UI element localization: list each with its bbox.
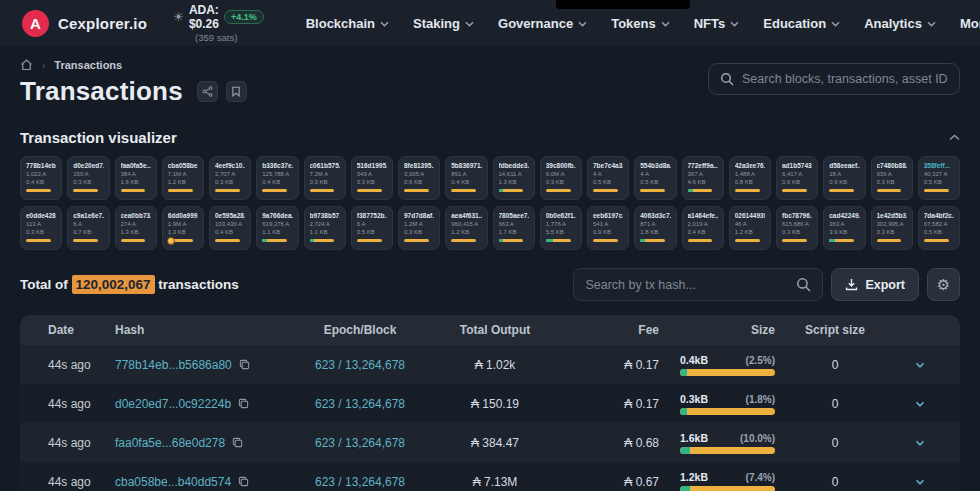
nav-item-governance[interactable]: Governance — [498, 16, 587, 31]
cell-epoch-block[interactable]: 623 / 13,264,678 — [300, 436, 420, 450]
tx-card-21[interactable]: c9a1e6e7...6 A0.7 KB — [67, 206, 109, 250]
cell-hash: cba058be...b40dd574 — [115, 475, 300, 489]
expand-row-chevron-icon[interactable] — [880, 479, 960, 485]
copy-icon[interactable] — [238, 476, 249, 487]
cell-script-size: 0 — [790, 358, 880, 372]
tx-card-14[interactable]: 772eff9a...367 A4.6 KB — [682, 156, 724, 200]
share-button[interactable] — [197, 81, 218, 102]
tx-card-33[interactable]: 4063d3c7...871 A1.8 KB — [634, 206, 676, 250]
tx-card-22[interactable]: cea0bb73...274 A1.3 KB — [115, 206, 157, 250]
tx-card-8[interactable]: 8fe81395...3,005 A0.6 KB — [398, 156, 440, 200]
nav-item-staking[interactable]: Staking — [413, 16, 474, 31]
tx-card-amount: 541 A — [593, 221, 623, 227]
tx-card-24[interactable]: 0e595a28...103,430 A0.4 KB — [209, 206, 251, 250]
global-search-input[interactable] — [742, 72, 948, 86]
nav-label: Staking — [413, 16, 460, 31]
tx-card-18[interactable]: c7480b88...936 A0.3 KB — [871, 156, 913, 200]
tx-card-15[interactable]: 42a3ee76...1,488 A0.8 KB — [729, 156, 771, 200]
tx-card-7[interactable]: 516d1995...349 A0.3 KB — [351, 156, 393, 200]
expand-row-chevron-icon[interactable] — [880, 440, 960, 446]
tx-card-3[interactable]: cba058be...7.1M A1.2 KB — [162, 156, 204, 200]
tx-card-25[interactable]: 9a766dea...619,276 A1.1 KB — [256, 206, 298, 250]
tx-card-amount: 3,005 A — [404, 171, 434, 177]
breadcrumb-current: Transactions — [54, 59, 122, 71]
tx-card-size: 0.5 KB — [357, 229, 387, 235]
tx-hash-search-input[interactable] — [585, 278, 796, 292]
nav-item-analytics[interactable]: Analytics — [864, 16, 936, 31]
tx-card-size: 0.4 KB — [262, 179, 292, 185]
cell-epoch-block[interactable]: 623 / 13,264,678 — [300, 358, 420, 372]
export-button[interactable]: Export — [831, 268, 919, 301]
tx-hash-link[interactable]: cba058be...b40dd574 — [115, 475, 231, 489]
tx-card-0[interactable]: 778b14eb...1,022 A0.4 KB — [20, 156, 62, 200]
tx-card-amount: 302,995 A — [877, 221, 907, 227]
tx-card-2[interactable]: faa0fa5e...384 A1.6 KB — [115, 156, 157, 200]
tx-card-34[interactable]: a1464efe...2,019 A0.4 KB — [682, 206, 724, 250]
tx-card-11[interactable]: 39c800fb...6.0M A0.3 KB — [540, 156, 582, 200]
tx-card-13[interactable]: 554b3d8a...4 A0.5 KB — [634, 156, 676, 200]
nav-item-tokens[interactable]: Tokens — [611, 16, 670, 31]
tx-card-32[interactable]: eeb6197c...541 A0.9 KB — [587, 206, 629, 250]
cell-fee: ₳ 0.17 — [570, 358, 675, 372]
tx-card-31[interactable]: 0b0e62f1...1,776 A5.5 KB — [540, 206, 582, 250]
tx-card-10[interactable]: fdbedde3...14,611 A1.3 KB — [493, 156, 535, 200]
nav-item-more[interactable]: More — [960, 16, 980, 31]
tx-card-size: 0.4 KB — [26, 179, 56, 185]
tx-card-29[interactable]: aea4f631...960,415 A1.2 KB — [445, 206, 487, 250]
tx-card-38[interactable]: 1e42d5b3...302,995 A0.3 KB — [871, 206, 913, 250]
tx-hash-link[interactable]: faa0fa5e...68e0d278 — [115, 436, 225, 450]
expand-row-chevron-icon[interactable] — [880, 362, 960, 368]
copy-icon[interactable] — [239, 359, 250, 370]
ada-price-widget[interactable]: ☀ ADA: $0.26 +4.1% (359 sats) — [173, 3, 264, 43]
cexplorer-logo[interactable]: A Cexplorer.io — [22, 10, 147, 37]
tx-card-1[interactable]: d0e20ed7...150 A0.3 KB — [67, 156, 109, 200]
cell-epoch-block[interactable]: 623 / 13,264,678 — [300, 475, 420, 489]
tx-card-9[interactable]: 5b836971...891 A0.4 KB — [445, 156, 487, 200]
tx-card-size-bar — [593, 189, 618, 192]
home-icon[interactable] — [20, 59, 33, 71]
tx-card-39[interactable]: 7da4bf2c...67,582 A0.5 KB — [918, 206, 960, 250]
copy-icon[interactable] — [238, 398, 249, 409]
bookmark-button[interactable] — [226, 81, 247, 102]
tx-card-23[interactable]: 6dd0a999...1.9M A1.3 KB — [162, 206, 204, 250]
tx-card-27[interactable]: f387752b...6 A0.5 KB — [351, 206, 393, 250]
tx-card-size: 0.4 KB — [215, 229, 245, 235]
tx-card-5[interactable]: b336c37e...125,788 A0.4 KB — [256, 156, 298, 200]
tx-card-30[interactable]: 7805aee7...663 A1.7 KB — [493, 206, 535, 250]
tx-card-4[interactable]: 4eef9c10...2,707 A0.3 KB — [209, 156, 251, 200]
tx-card-size-bar — [688, 189, 713, 192]
export-label: Export — [865, 278, 905, 292]
tx-card-amount: 6,417 A — [782, 171, 812, 177]
tx-card-12[interactable]: 7be7c4a3...4 A0.5 KB — [587, 156, 629, 200]
tx-card-26[interactable]: b9738b57...2,724 A1.1 KB — [304, 206, 346, 250]
global-search[interactable] — [708, 63, 960, 95]
collapse-chevron-icon[interactable] — [949, 134, 960, 141]
tx-card-amount: 891 A — [451, 171, 481, 177]
tx-card-size: 1.3 KB — [168, 229, 198, 235]
nav-item-education[interactable]: Education — [763, 16, 840, 31]
expand-row-chevron-icon[interactable] — [880, 401, 960, 407]
breadcrumb-separator: › — [42, 60, 45, 71]
table-settings-button[interactable]: ⚙ — [927, 268, 960, 301]
tx-card-36[interactable]: fbc78796...615,686 A0.3 KB — [776, 206, 818, 250]
tx-card-17[interactable]: d58eeaef...18 A0.9 KB — [823, 156, 865, 200]
token-coin-icon — [167, 237, 175, 245]
cell-hash: faa0fa5e...68e0d278 — [115, 436, 300, 450]
tx-card-37[interactable]: cad42249...363 A3.9 KB — [823, 206, 865, 250]
tx-card-16[interactable]: ad1b5743...6,417 A0.6 KB — [776, 156, 818, 200]
size-percent: (7.4%) — [746, 472, 775, 483]
tx-hash-link[interactable]: d0e20ed7...0c92224b — [115, 397, 231, 411]
copy-icon[interactable] — [232, 437, 243, 448]
nav-item-blockchain[interactable]: Blockchain — [306, 16, 389, 31]
tx-card-35[interactable]: 02614493f...46 A1.2 KB — [729, 206, 771, 250]
tx-hash-link[interactable]: 778b14eb...b5686a80 — [115, 358, 232, 372]
tx-card-6[interactable]: c061b575...7.2M A0.3 KB — [304, 156, 346, 200]
tx-hash-search[interactable] — [573, 268, 823, 301]
tx-card-hash: c7480b88... — [877, 162, 907, 169]
tx-card-19[interactable]: 358feff...40,327 A0.5 KB — [918, 156, 960, 200]
cell-epoch-block[interactable]: 623 / 13,264,678 — [300, 397, 420, 411]
tx-card-20[interactable]: e0dde428...113 A0.3 KB — [20, 206, 62, 250]
cell-script-size: 0 — [790, 436, 880, 450]
tx-card-28[interactable]: 97d7d8af...1.2M A0.3 KB — [398, 206, 440, 250]
nav-item-nfts[interactable]: NFTs — [694, 16, 740, 31]
